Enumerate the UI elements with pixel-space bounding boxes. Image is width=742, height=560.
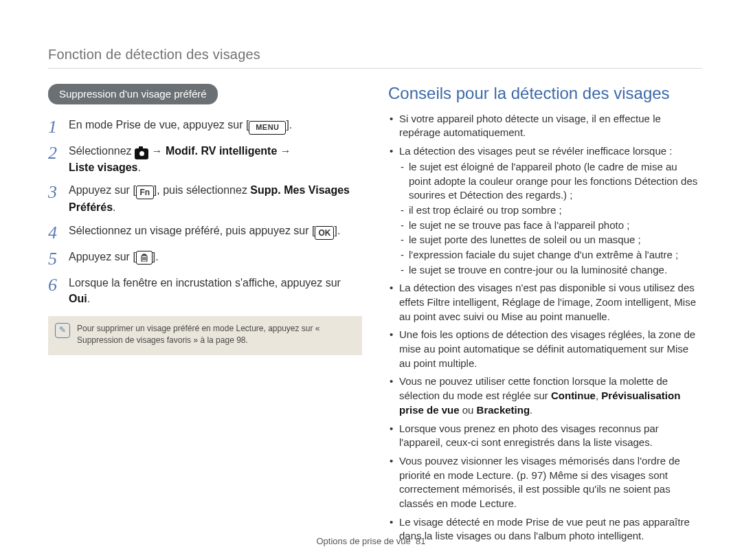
step-body: Sélectionnez → Modif. RV intelligente →L… bbox=[69, 143, 362, 175]
fn-icon: Fn bbox=[136, 186, 154, 199]
tips-list: Si votre appareil photo détecte un visag… bbox=[388, 112, 702, 544]
step-text: Lorsque la fenêtre en incrustation s'aff… bbox=[69, 277, 341, 289]
step-body: Appuyez sur []. bbox=[69, 249, 362, 265]
step-bold: Oui bbox=[69, 293, 87, 304]
manual-page: Fonction de détection des visages Suppre… bbox=[0, 0, 742, 560]
tip-subitem: le sujet ne se trouve pas face à l'appar… bbox=[399, 219, 702, 233]
ok-icon: OK bbox=[315, 226, 334, 240]
step-body: Sélectionnez un visage préféré, puis app… bbox=[69, 223, 362, 240]
note-icon: ✎ bbox=[55, 323, 70, 338]
tip-item: Vous pouvez visionner les visages mémori… bbox=[388, 454, 702, 511]
tip-text: ou bbox=[460, 404, 477, 416]
step-body: Appuyez sur [Fn], puis sélectionnez Supp… bbox=[69, 182, 362, 216]
step-text: . bbox=[113, 201, 115, 213]
page-header: Fonction de détection des visages bbox=[48, 47, 702, 63]
tip-item: Une fois les options de détection des vi… bbox=[388, 328, 702, 370]
tip-subitem: le sujet porte des lunettes de soleil ou… bbox=[399, 233, 702, 247]
step-text: . bbox=[138, 161, 141, 173]
tip-item: La détection des visages peut se révéler… bbox=[388, 144, 702, 277]
step-body: Lorsque la fenêtre en incrustation s'aff… bbox=[69, 275, 362, 306]
step-number: 5 bbox=[48, 249, 69, 268]
tip-bold: Bracketing bbox=[477, 404, 530, 416]
step-text: En mode Prise de vue, appuyez sur [ bbox=[69, 119, 249, 131]
step-text: Appuyez sur [ bbox=[69, 184, 136, 196]
tip-item: La détection des visages n'est pas dispo… bbox=[388, 281, 702, 324]
tip-text: . bbox=[530, 404, 532, 416]
tip-sublist: le sujet est éloigné de l'appareil photo… bbox=[399, 160, 702, 278]
camera-icon bbox=[135, 148, 148, 159]
tip-subitem: l'expression faciale du sujet change d'u… bbox=[399, 248, 702, 262]
step: 5 Appuyez sur []. bbox=[48, 249, 362, 268]
trash-icon bbox=[136, 251, 153, 265]
step-body: En mode Prise de vue, appuyez sur [MENU]… bbox=[69, 117, 362, 135]
note-text: Pour supprimer un visage préféré en mode… bbox=[77, 323, 352, 347]
menu-icon: MENU bbox=[249, 121, 286, 135]
step: 2 Sélectionnez → Modif. RV intelligente … bbox=[48, 143, 362, 175]
arrow-icon: → bbox=[152, 145, 166, 157]
step-number: 2 bbox=[48, 143, 69, 162]
step-text: ]. bbox=[286, 119, 292, 131]
step-text: Sélectionnez un visage préféré, puis app… bbox=[69, 225, 315, 236]
step: 3 Appuyez sur [Fn], puis sélectionnez Su… bbox=[48, 182, 362, 216]
tip-item: Vous ne pouvez utiliser cette fonction l… bbox=[388, 374, 702, 417]
step-number: 6 bbox=[48, 275, 69, 294]
step-text: Sélectionnez bbox=[69, 145, 135, 157]
footer-page-number: 81 bbox=[416, 536, 425, 546]
tip-item: Lorsque vous prenez en photo des visages… bbox=[388, 422, 702, 450]
right-column: Conseils pour la détection des visages S… bbox=[388, 84, 702, 548]
step: 1 En mode Prise de vue, appuyez sur [MEN… bbox=[48, 117, 362, 136]
footer-section: Options de prise de vue bbox=[316, 536, 410, 546]
page-footer: Options de prise de vue 81 bbox=[0, 536, 742, 546]
arrow-icon: → bbox=[280, 145, 291, 157]
step-bold: Modif. RV intelligente bbox=[166, 145, 277, 157]
step: 6 Lorsque la fenêtre en incrustation s'a… bbox=[48, 275, 362, 306]
step-bold: Liste visages bbox=[69, 161, 138, 173]
tip-bold: Continue bbox=[551, 390, 596, 401]
step-text: Appuyez sur [ bbox=[69, 251, 136, 262]
step-number: 3 bbox=[48, 182, 69, 201]
step-number: 4 bbox=[48, 223, 69, 242]
step-text: ], puis sélectionnez bbox=[154, 184, 251, 196]
step-text: . bbox=[87, 293, 90, 304]
left-column: Suppression d'un visage préféré 1 En mod… bbox=[48, 84, 362, 548]
step-number: 1 bbox=[48, 117, 69, 136]
tip-subitem: le sujet est éloigné de l'appareil photo… bbox=[399, 160, 702, 203]
tip-subitem: le sujet se trouve en contre-jour ou la … bbox=[399, 263, 702, 278]
header-divider bbox=[48, 68, 702, 69]
content-columns: Suppression d'un visage préféré 1 En mod… bbox=[48, 84, 702, 548]
step: 4 Sélectionnez un visage préféré, puis a… bbox=[48, 223, 362, 242]
note-box: ✎ Pour supprimer un visage préféré en mo… bbox=[48, 316, 362, 355]
steps-list: 1 En mode Prise de vue, appuyez sur [MEN… bbox=[48, 117, 362, 306]
step-text: ]. bbox=[153, 251, 159, 262]
tip-text: La détection des visages peut se révéler… bbox=[399, 145, 672, 157]
step-text: ]. bbox=[334, 225, 340, 236]
tip-item: Si votre appareil photo détecte un visag… bbox=[388, 112, 702, 140]
tip-subitem: il est trop éclairé ou trop sombre ; bbox=[399, 203, 702, 218]
section-title: Conseils pour la détection des visages bbox=[388, 84, 702, 104]
subsection-pill: Suppression d'un visage préféré bbox=[48, 84, 218, 104]
